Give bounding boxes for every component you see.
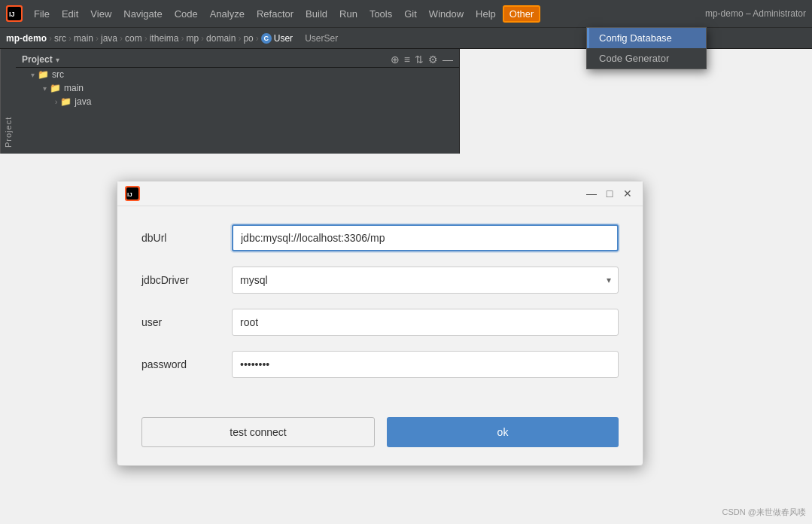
dialog-maximize-button[interactable]: □ xyxy=(602,186,617,201)
breadcrumb-itheima[interactable]: itheima xyxy=(150,33,179,44)
password-input[interactable] xyxy=(232,351,619,378)
breadcrumb-com[interactable]: com xyxy=(125,33,142,44)
menu-tools[interactable]: Tools xyxy=(364,5,397,23)
menu-code[interactable]: Code xyxy=(169,5,203,23)
folder-src-icon: 📁 xyxy=(38,69,49,80)
tree-item-main[interactable]: ▾ 📁 main xyxy=(16,81,459,95)
expand-icon[interactable]: ⇅ xyxy=(415,53,424,66)
breadcrumb-user-class[interactable]: User xyxy=(274,33,293,44)
locate-icon[interactable]: ⊕ xyxy=(391,53,400,66)
dialog-body: dbUrl jdbcDriver mysql postgresql oracle… xyxy=(117,206,643,411)
breadcrumb-sep-9: › xyxy=(256,33,259,44)
breadcrumb-sep-8: › xyxy=(238,33,241,44)
breadcrumb-po[interactable]: po xyxy=(243,33,253,44)
tree-label-java: java xyxy=(75,96,91,107)
dialog-titlebar: IJ — □ ✕ xyxy=(117,181,643,206)
tree-arrow-java: › xyxy=(55,98,57,106)
breadcrumb-sep-4: › xyxy=(120,33,123,44)
user-input[interactable] xyxy=(232,309,619,336)
tree-item-src[interactable]: ▾ 📁 src xyxy=(16,68,459,81)
config-database-dialog: IJ — □ ✕ dbUrl jdbcDriver mysql postgres… xyxy=(117,181,643,466)
folder-main-icon: 📁 xyxy=(50,83,61,93)
menu-analyze[interactable]: Analyze xyxy=(205,5,250,23)
dialog-minimize-button[interactable]: — xyxy=(584,186,599,201)
tree-label-src: src xyxy=(52,69,64,80)
menu-navigate[interactable]: Navigate xyxy=(118,5,167,23)
ide-container: IJ File Edit View Navigate Code Analyze … xyxy=(0,0,812,154)
svg-text:IJ: IJ xyxy=(127,191,132,198)
password-label: password xyxy=(141,358,232,370)
sidebar-project-tab[interactable]: Project xyxy=(0,49,16,154)
breadcrumb-mp-demo[interactable]: mp-demo xyxy=(6,33,47,44)
breadcrumb-sep-6: › xyxy=(181,33,184,44)
jdbcdriver-select[interactable]: mysql postgresql oracle sqlserver xyxy=(232,267,619,294)
watermark: CSDN @来世做春风喽 xyxy=(722,507,806,518)
collapse-icon[interactable]: ≡ xyxy=(404,53,410,66)
menu-bar: IJ File Edit View Navigate Code Analyze … xyxy=(0,0,812,27)
form-row-dburl: dbUrl xyxy=(141,224,619,251)
menu-help[interactable]: Help xyxy=(470,5,501,23)
user-service-tab[interactable]: UserSer xyxy=(305,33,338,44)
settings-icon[interactable]: ⚙ xyxy=(428,53,438,66)
dropdown-code-generator[interactable]: Code Generator xyxy=(587,48,706,69)
file-tree-header: Project ▾ ⊕ ≡ ⇅ ⚙ — xyxy=(16,52,459,68)
minimize-icon[interactable]: — xyxy=(442,53,453,66)
intellij-logo: IJ xyxy=(6,5,23,22)
user-label: user xyxy=(141,316,232,328)
menu-view[interactable]: View xyxy=(85,5,117,23)
menu-build[interactable]: Build xyxy=(300,5,333,23)
breadcrumb-sep-5: › xyxy=(144,33,147,44)
dburl-label: dbUrl xyxy=(141,232,232,244)
form-row-jdbcdriver: jdbcDriver mysql postgresql oracle sqlse… xyxy=(141,267,619,294)
breadcrumb-domain[interactable]: domain xyxy=(206,33,236,44)
form-row-password: password xyxy=(141,351,619,378)
tree-arrow-main: ▾ xyxy=(43,84,47,93)
svg-text:IJ: IJ xyxy=(9,11,15,18)
dialog-close-button[interactable]: ✕ xyxy=(620,186,635,201)
breadcrumb-java[interactable]: java xyxy=(101,33,117,44)
breadcrumb-sep-2: › xyxy=(68,33,71,44)
tree-item-java[interactable]: › 📁 java xyxy=(16,95,459,108)
menu-refactor[interactable]: Refactor xyxy=(251,5,299,23)
form-row-user: user xyxy=(141,309,619,336)
test-connect-button[interactable]: test connect xyxy=(141,417,375,447)
tree-label-main: main xyxy=(64,83,84,93)
menu-edit[interactable]: Edit xyxy=(56,5,84,23)
dialog-logo: IJ xyxy=(125,186,140,201)
ok-button[interactable]: ok xyxy=(387,417,619,447)
breadcrumb-sep-1: › xyxy=(49,33,52,44)
jdbcdriver-select-wrapper: mysql postgresql oracle sqlserver ▾ xyxy=(232,267,619,294)
breadcrumb-sep-7: › xyxy=(201,33,204,44)
menu-window[interactable]: Window xyxy=(424,5,469,23)
menu-run[interactable]: Run xyxy=(334,5,363,23)
breadcrumb-src[interactable]: src xyxy=(54,33,66,44)
class-icon: C xyxy=(261,33,272,44)
jdbcdriver-label: jdbcDriver xyxy=(141,274,232,286)
menu-file[interactable]: File xyxy=(29,5,55,23)
window-title: mp-demo – Administrator xyxy=(705,8,806,19)
folder-java-icon: 📁 xyxy=(60,96,71,107)
dialog-footer: test connect ok xyxy=(117,411,643,465)
breadcrumb-sep-3: › xyxy=(96,33,99,44)
breadcrumb-main[interactable]: main xyxy=(74,33,93,44)
dburl-input[interactable] xyxy=(232,224,619,251)
tree-arrow-src: ▾ xyxy=(31,71,35,79)
breadcrumb-mp[interactable]: mp xyxy=(186,33,199,44)
menu-git[interactable]: Git xyxy=(399,5,422,23)
other-dropdown-menu: Config Database Code Generator xyxy=(586,27,707,69)
file-tree-panel: Project ▾ ⊕ ≡ ⇅ ⚙ — ▾ 📁 src ▾ 📁 main xyxy=(16,49,460,154)
menu-other[interactable]: Other xyxy=(503,5,541,23)
file-tree-toolbar: ⊕ ≡ ⇅ ⚙ — xyxy=(391,53,453,66)
file-tree-title: Project xyxy=(22,54,53,65)
dropdown-config-database[interactable]: Config Database xyxy=(587,28,706,48)
file-tree-dropdown-icon[interactable]: ▾ xyxy=(56,56,59,64)
